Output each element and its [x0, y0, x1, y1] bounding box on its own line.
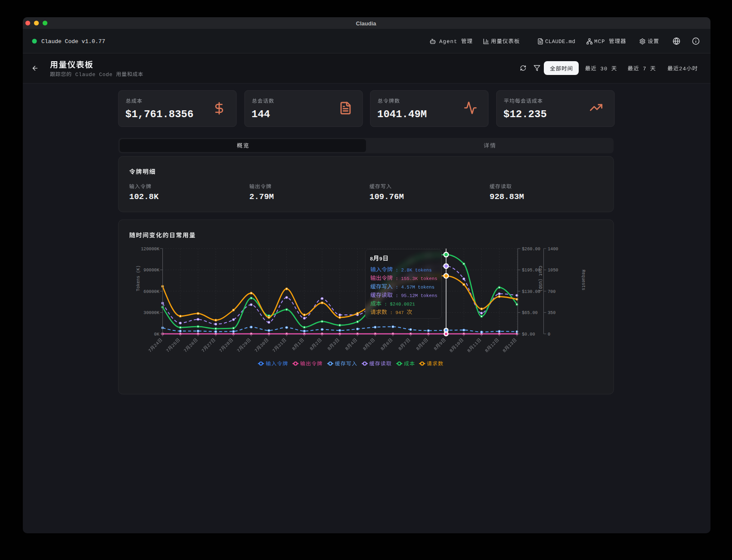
svg-text:0: 0 — [548, 332, 550, 337]
svg-text:1050: 1050 — [548, 268, 558, 273]
svg-text:$130.00: $130.00 — [522, 289, 540, 294]
svg-text:102.8K: 102.8K — [129, 192, 159, 202]
svg-text:30000K: 30000K — [143, 311, 160, 315]
svg-text:350: 350 — [548, 311, 555, 315]
svg-text:Cost (USD): Cost (USD) — [538, 266, 543, 292]
svg-text:120000K: 120000K — [141, 247, 160, 252]
svg-text:$195.00: $195.00 — [522, 268, 540, 273]
svg-text:$12.235: $12.235 — [503, 109, 547, 120]
svg-text:Tokens (K): Tokens (K) — [136, 265, 141, 291]
svg-text:$0.00: $0.00 — [522, 332, 535, 337]
svg-text:144: 144 — [251, 109, 270, 120]
svg-text:Claude Code v1.0.77: Claude Code v1.0.77 — [41, 38, 105, 45]
svg-text:2.79M: 2.79M — [249, 192, 274, 202]
svg-text:700: 700 — [548, 289, 555, 294]
svg-text:90000K: 90000K — [143, 268, 160, 273]
svg-text:109.76M: 109.76M — [369, 192, 404, 202]
svg-text:1400: 1400 — [548, 247, 558, 252]
svg-text:0K: 0K — [154, 332, 160, 337]
svg-text:Claudia: Claudia — [356, 20, 377, 27]
svg-text:$260.00: $260.00 — [522, 247, 540, 252]
svg-text:$1,761.8356: $1,761.8356 — [125, 109, 193, 120]
svg-text:1041.49M: 1041.49M — [377, 109, 427, 120]
svg-text:$65.00: $65.00 — [522, 311, 538, 315]
svg-text:Requests: Requests — [581, 270, 586, 290]
svg-text:60000K: 60000K — [143, 289, 160, 294]
svg-text:928.83M: 928.83M — [490, 192, 524, 202]
